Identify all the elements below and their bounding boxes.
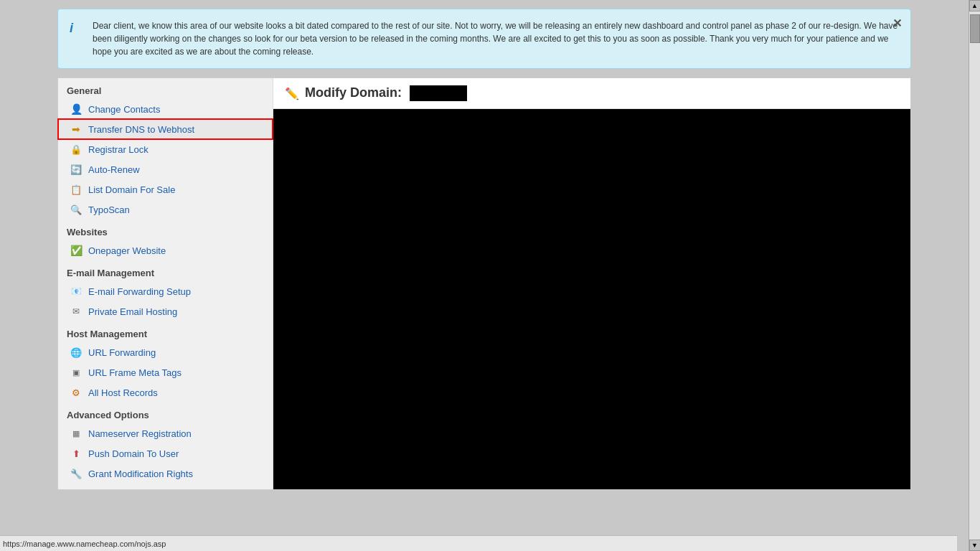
section-websites: Websites: [58, 220, 273, 240]
scroll-up-button[interactable]: ▲: [969, 0, 981, 11]
main-panel-content: [273, 109, 910, 489]
person-icon: 👤: [70, 103, 83, 116]
lock-icon: 🔒: [70, 143, 83, 156]
sidebar-label-typoscan: TypoScan: [88, 204, 130, 215]
content-area: General 👤 Change Contacts ➡ Transfer DNS…: [57, 77, 911, 490]
doc-icon: 📋: [70, 183, 83, 196]
banner-text: Dear client, we know this area of our we…: [93, 19, 899, 58]
section-general: General: [58, 78, 273, 99]
sidebar-item-typoscan[interactable]: 🔍 TypoScan: [58, 199, 273, 220]
nameserver-icon: ▦: [70, 427, 83, 440]
frame-icon: ▣: [70, 366, 83, 379]
grant-icon: 🔧: [70, 467, 83, 480]
modify-domain-icon: ✏️: [285, 87, 299, 100]
modify-domain-label: Modify Domain:: [305, 85, 402, 100]
sidebar-item-transfer-dns[interactable]: ➡ Transfer DNS to Webhost: [58, 119, 273, 139]
sidebar-label-grant-modification-rights: Grant Modification Rights: [88, 468, 193, 479]
scan-icon: 🔍: [70, 203, 83, 216]
renew-icon: 🔄: [70, 163, 83, 176]
envelope-icon: ✉: [70, 305, 83, 318]
main-panel: ✏️ Modify Domain:: [273, 78, 910, 489]
page-title: Modify Domain:: [305, 85, 467, 101]
globe-icon: 🌐: [70, 346, 83, 359]
sidebar-item-all-host-records[interactable]: ⚙ All Host Records: [58, 382, 273, 402]
sidebar-item-private-email-hosting[interactable]: ✉ Private Email Hosting: [58, 301, 273, 321]
scroll-down-button[interactable]: ▼: [969, 540, 981, 551]
domain-name-redacted: [410, 85, 467, 101]
sidebar-item-onepager-website[interactable]: ✅ Onepager Website: [58, 240, 273, 260]
sidebar-label-private-email-hosting: Private Email Hosting: [88, 306, 177, 317]
sidebar-label-transfer-dns: Transfer DNS to Webhost: [88, 124, 194, 135]
email-icon: 📧: [70, 285, 83, 298]
sidebar-item-email-forwarding-setup[interactable]: 📧 E-mail Forwarding Setup: [58, 281, 273, 301]
sidebar-item-auto-renew[interactable]: 🔄 Auto-Renew: [58, 159, 273, 179]
status-bar: https://manage.www.namecheap.com/nojs.as…: [0, 535, 957, 551]
sidebar-item-grant-modification-rights[interactable]: 🔧 Grant Modification Rights: [58, 463, 273, 484]
sidebar-label-change-contacts: Change Contacts: [88, 104, 160, 115]
sidebar-label-email-forwarding-setup: E-mail Forwarding Setup: [88, 286, 191, 297]
close-banner-button[interactable]: ✕: [892, 17, 902, 30]
sidebar-item-url-frame-meta-tags[interactable]: ▣ URL Frame Meta Tags: [58, 362, 273, 382]
sidebar-label-url-forwarding: URL Forwarding: [88, 347, 156, 358]
sidebar-item-list-domain-for-sale[interactable]: 📋 List Domain For Sale: [58, 179, 273, 199]
push-icon: ⬆: [70, 447, 83, 460]
host-icon: ⚙: [70, 386, 83, 399]
arrow-icon: ➡: [70, 123, 83, 136]
section-host-management: Host Management: [58, 321, 273, 342]
sidebar-label-all-host-records: All Host Records: [88, 387, 158, 398]
sidebar-item-url-forwarding[interactable]: 🌐 URL Forwarding: [58, 342, 273, 362]
sidebar-item-push-domain-to-user[interactable]: ⬆ Push Domain To User: [58, 443, 273, 463]
scrollbar[interactable]: ▲ ▼: [969, 0, 980, 551]
main-panel-header: ✏️ Modify Domain:: [273, 78, 910, 109]
scroll-thumb[interactable]: [970, 14, 980, 43]
sidebar-label-push-domain-to-user: Push Domain To User: [88, 448, 179, 459]
sidebar-label-auto-renew: Auto-Renew: [88, 164, 140, 175]
sidebar: General 👤 Change Contacts ➡ Transfer DNS…: [58, 78, 273, 489]
section-email-management: E-mail Management: [58, 260, 273, 281]
sidebar-item-registrar-lock[interactable]: 🔒 Registrar Lock: [58, 139, 273, 159]
sidebar-label-nameserver-registration: Nameserver Registration: [88, 428, 192, 439]
section-advanced-options: Advanced Options: [58, 402, 273, 423]
info-icon: i: [70, 21, 84, 36]
sidebar-label-list-domain-for-sale: List Domain For Sale: [88, 184, 175, 195]
sidebar-label-registrar-lock: Registrar Lock: [88, 144, 149, 155]
check-icon: ✅: [70, 244, 83, 257]
info-banner: i Dear client, we know this area of our …: [57, 9, 911, 69]
status-url: https://manage.www.namecheap.com/nojs.as…: [3, 540, 166, 548]
sidebar-item-change-contacts[interactable]: 👤 Change Contacts: [58, 99, 273, 119]
sidebar-item-nameserver-registration[interactable]: ▦ Nameserver Registration: [58, 423, 273, 443]
sidebar-label-url-frame-meta-tags: URL Frame Meta Tags: [88, 367, 182, 378]
sidebar-label-onepager-website: Onepager Website: [88, 245, 166, 256]
